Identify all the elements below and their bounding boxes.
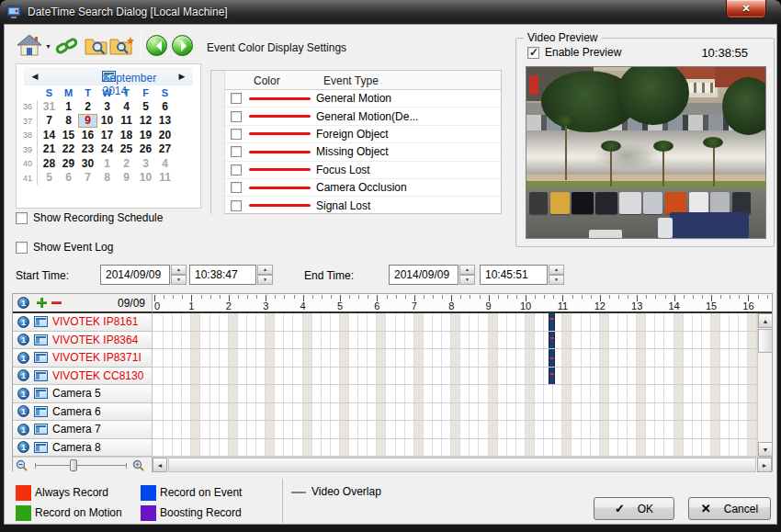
calendar-next-icon[interactable]: ▶	[176, 72, 187, 81]
end-time-value[interactable]: 10:45:51	[480, 265, 548, 285]
calendar-day[interactable]: 9	[78, 114, 97, 128]
calendar-day[interactable]: 4	[117, 100, 136, 114]
search-folder-icon[interactable]	[84, 35, 108, 60]
show-recording-schedule-checkbox[interactable]	[16, 212, 28, 224]
calendar-day[interactable]: 11	[117, 114, 136, 128]
calendar-day[interactable]: 11	[155, 171, 175, 185]
calendar-day[interactable]: 24	[97, 142, 117, 156]
spin-up-icon[interactable]: ▲	[257, 265, 273, 275]
horizontal-scrollbar[interactable]: ◄ ►	[153, 457, 772, 472]
previous-day-button[interactable]	[146, 35, 167, 56]
calendar-day[interactable]: 5	[40, 171, 59, 185]
connect-icon[interactable]	[55, 34, 79, 61]
enable-preview-option[interactable]: Enable Preview	[527, 46, 621, 59]
calendar-day[interactable]: 10	[136, 171, 155, 185]
calendar-day[interactable]: 9	[117, 171, 136, 185]
remove-icon[interactable]	[51, 301, 62, 304]
calendar-day[interactable]: 29	[59, 157, 78, 171]
calendar-day[interactable]: 3	[97, 100, 117, 114]
show-recording-schedule-option[interactable]: Show Recording Schedule	[16, 211, 163, 224]
calendar-day[interactable]: 5	[136, 100, 155, 114]
camera-row[interactable]: 1Camera 8	[13, 439, 153, 458]
timeline-track[interactable]	[153, 439, 757, 458]
calendar-day[interactable]: 8	[59, 114, 78, 128]
calendar-day[interactable]: 30	[78, 157, 97, 171]
camera-row[interactable]: 1VIVOTEK CC8130	[13, 368, 153, 386]
enable-preview-checkbox[interactable]	[527, 47, 539, 59]
search-settings-folder-icon[interactable]	[108, 35, 134, 60]
calendar-day[interactable]: 20	[155, 129, 175, 142]
camera-row[interactable]: 1Camera 7	[13, 421, 153, 439]
calendar-day[interactable]: 18	[117, 129, 136, 142]
calendar-day[interactable]: 1	[59, 100, 78, 114]
spin-up-icon[interactable]: ▲	[459, 265, 475, 275]
camera-row[interactable]: 1Camera 6	[13, 403, 153, 422]
calendar-day[interactable]: 10	[97, 114, 117, 128]
timeline-track[interactable]	[153, 421, 757, 439]
end-date-value[interactable]: 2014/09/09	[389, 265, 458, 285]
ok-button[interactable]: ✓ OK	[594, 497, 674, 520]
start-date-value[interactable]: 2014/09/09	[100, 265, 170, 285]
horizontal-scroll-thumb[interactable]	[168, 458, 756, 472]
camera-row[interactable]: 1VIVOTEK IP8364	[13, 332, 153, 350]
calendar-day[interactable]: 4	[155, 157, 175, 171]
calendar-day[interactable]: 21	[40, 142, 59, 156]
close-button[interactable]: ✕	[726, 0, 766, 18]
camera-row[interactable]: 1Camera 5	[13, 385, 153, 403]
calendar-day[interactable]: 16	[78, 129, 97, 142]
event-checkbox[interactable]	[231, 93, 242, 104]
cancel-button[interactable]: ✕ Cancel	[688, 497, 771, 520]
calendar-day[interactable]: 8	[97, 171, 117, 185]
calendar-day[interactable]: 17	[97, 129, 117, 142]
zoom-in-icon[interactable]	[132, 459, 145, 472]
event-checkbox[interactable]	[231, 164, 242, 175]
show-event-log-option[interactable]: Show Event Log	[16, 241, 113, 254]
event-checkbox[interactable]	[231, 146, 242, 157]
calendar-day[interactable]: 31	[40, 100, 59, 114]
timeline-track[interactable]	[153, 313, 757, 332]
scroll-up-icon[interactable]: ▲	[758, 313, 773, 328]
calendar-day[interactable]: 13	[155, 114, 175, 128]
calendar-day[interactable]: 7	[78, 171, 97, 185]
next-day-button[interactable]	[172, 35, 193, 56]
timeline-track[interactable]	[153, 385, 757, 403]
calendar-day[interactable]: 15	[59, 129, 78, 142]
spin-down-icon[interactable]: ▼	[549, 275, 564, 285]
spin-up-icon[interactable]: ▲	[549, 265, 564, 275]
calendar-day[interactable]: 12	[136, 114, 155, 128]
show-event-log-checkbox[interactable]	[16, 242, 28, 254]
spin-down-icon[interactable]: ▼	[171, 275, 187, 285]
calendar-day[interactable]: 14	[40, 129, 59, 142]
calendar-day[interactable]: 23	[78, 142, 97, 156]
calendar-prev-icon[interactable]: ◀	[29, 72, 40, 81]
spin-up-icon[interactable]: ▲	[171, 265, 187, 275]
zoom-slider-track[interactable]	[35, 465, 127, 466]
home-dropdown-icon[interactable]: ▼	[45, 43, 51, 50]
home-button[interactable]	[16, 33, 43, 61]
event-checkbox[interactable]	[231, 182, 242, 193]
calendar-day[interactable]: 1	[97, 157, 117, 171]
timeline-track[interactable]	[153, 403, 757, 422]
spin-down-icon[interactable]: ▼	[257, 275, 273, 285]
timeline-track[interactable]	[153, 332, 757, 350]
event-checkbox[interactable]	[231, 111, 242, 122]
zoom-slider-thumb[interactable]	[70, 459, 77, 471]
vertical-scroll-thumb[interactable]	[758, 329, 773, 353]
calendar-day[interactable]: 22	[59, 142, 78, 156]
scroll-right-icon[interactable]: ►	[757, 458, 772, 472]
scroll-left-icon[interactable]: ◄	[153, 458, 167, 472]
start-time-value[interactable]: 10:38:47	[189, 265, 256, 285]
calendar-day[interactable]: 27	[155, 142, 175, 156]
add-icon[interactable]	[37, 298, 47, 308]
calendar-day[interactable]: 6	[59, 171, 78, 185]
calendar-day[interactable]: 2	[117, 157, 136, 171]
calendar-day[interactable]: 25	[117, 142, 136, 156]
calendar-day[interactable]: 6	[155, 100, 175, 114]
calendar-day[interactable]: 28	[40, 157, 59, 171]
zoom-out-icon[interactable]	[16, 459, 28, 472]
calendar-day[interactable]: 2	[78, 100, 97, 114]
timeline-track[interactable]	[153, 368, 757, 386]
calendar-day[interactable]: 7	[40, 114, 59, 128]
camera-row[interactable]: 1VIVOTEK IP8161	[13, 313, 153, 332]
calendar-day[interactable]: 19	[136, 129, 155, 142]
